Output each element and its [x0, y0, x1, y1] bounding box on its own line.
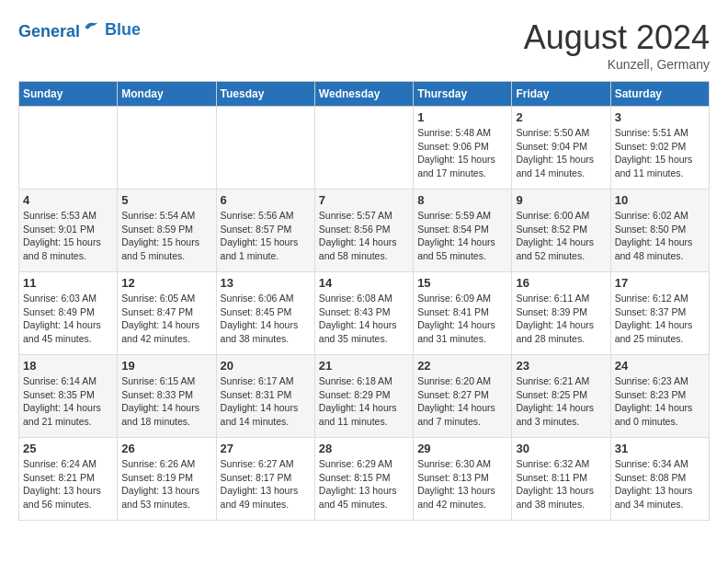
calendar-cell: 4Sunrise: 5:53 AM Sunset: 9:01 PM Daylig…	[19, 190, 118, 272]
calendar-cell: 24Sunrise: 6:23 AM Sunset: 8:23 PM Dayli…	[610, 355, 709, 438]
day-number: 21	[319, 359, 409, 373]
day-number: 12	[121, 276, 211, 290]
calendar-cell: 5Sunrise: 5:54 AM Sunset: 8:59 PM Daylig…	[118, 190, 216, 272]
logo-bird-icon	[82, 18, 100, 37]
day-info: Sunrise: 6:29 AM Sunset: 8:15 PM Dayligh…	[319, 457, 409, 511]
calendar-cell: 11Sunrise: 6:03 AM Sunset: 8:49 PM Dayli…	[19, 272, 118, 355]
day-info: Sunrise: 6:11 AM Sunset: 8:39 PM Dayligh…	[516, 292, 606, 346]
calendar-cell: 23Sunrise: 6:21 AM Sunset: 8:25 PM Dayli…	[512, 355, 610, 438]
day-number: 7	[319, 193, 409, 207]
calendar-cell: 9Sunrise: 6:00 AM Sunset: 8:52 PM Daylig…	[512, 190, 610, 272]
day-number: 5	[121, 193, 211, 207]
calendar-week-row: 1Sunrise: 5:48 AM Sunset: 9:06 PM Daylig…	[19, 107, 710, 190]
calendar-cell	[19, 107, 118, 190]
day-number: 4	[23, 193, 113, 207]
calendar-cell: 12Sunrise: 6:05 AM Sunset: 8:47 PM Dayli…	[118, 272, 216, 355]
calendar-cell: 25Sunrise: 6:24 AM Sunset: 8:21 PM Dayli…	[19, 438, 118, 521]
day-number: 25	[23, 442, 113, 455]
day-info: Sunrise: 5:50 AM Sunset: 9:04 PM Dayligh…	[516, 126, 606, 180]
day-info: Sunrise: 6:30 AM Sunset: 8:13 PM Dayligh…	[417, 457, 507, 511]
calendar-cell: 17Sunrise: 6:12 AM Sunset: 8:37 PM Dayli…	[610, 272, 709, 355]
day-number: 1	[417, 110, 507, 124]
calendar-cell: 18Sunrise: 6:14 AM Sunset: 8:35 PM Dayli…	[19, 355, 118, 438]
weekday-header-saturday: Saturday	[610, 82, 709, 107]
day-number: 15	[417, 276, 507, 290]
day-info: Sunrise: 6:05 AM Sunset: 8:47 PM Dayligh…	[121, 292, 211, 346]
calendar-cell: 29Sunrise: 6:30 AM Sunset: 8:13 PM Dayli…	[414, 438, 512, 521]
page-header: General Blue August 2024 Kunzell, German…	[18, 18, 710, 72]
calendar-cell: 20Sunrise: 6:17 AM Sunset: 8:31 PM Dayli…	[216, 355, 314, 438]
day-info: Sunrise: 6:24 AM Sunset: 8:21 PM Dayligh…	[23, 457, 113, 511]
logo-text: General	[18, 18, 100, 41]
day-number: 28	[319, 442, 409, 455]
day-info: Sunrise: 5:53 AM Sunset: 9:01 PM Dayligh…	[23, 209, 113, 263]
day-number: 11	[23, 276, 113, 290]
day-number: 2	[516, 110, 606, 124]
day-info: Sunrise: 6:27 AM Sunset: 8:17 PM Dayligh…	[221, 457, 311, 511]
day-number: 3	[615, 110, 705, 124]
weekday-header-row: SundayMondayTuesdayWednesdayThursdayFrid…	[19, 82, 710, 107]
day-info: Sunrise: 6:12 AM Sunset: 8:37 PM Dayligh…	[615, 292, 705, 346]
calendar-cell: 28Sunrise: 6:29 AM Sunset: 8:15 PM Dayli…	[314, 438, 413, 521]
day-number: 27	[221, 442, 311, 455]
day-info: Sunrise: 6:06 AM Sunset: 8:45 PM Dayligh…	[221, 292, 311, 346]
calendar-table: SundayMondayTuesdayWednesdayThursdayFrid…	[18, 81, 710, 521]
day-number: 10	[615, 193, 705, 207]
day-number: 9	[516, 193, 606, 207]
calendar-cell: 13Sunrise: 6:06 AM Sunset: 8:45 PM Dayli…	[216, 272, 314, 355]
calendar-cell: 7Sunrise: 5:57 AM Sunset: 8:56 PM Daylig…	[314, 190, 413, 272]
day-info: Sunrise: 6:18 AM Sunset: 8:29 PM Dayligh…	[319, 374, 409, 429]
calendar-cell: 10Sunrise: 6:02 AM Sunset: 8:50 PM Dayli…	[610, 190, 709, 272]
day-info: Sunrise: 6:23 AM Sunset: 8:23 PM Dayligh…	[615, 374, 705, 429]
weekday-header-sunday: Sunday	[19, 82, 118, 107]
weekday-header-tuesday: Tuesday	[216, 82, 314, 107]
calendar-cell: 30Sunrise: 6:32 AM Sunset: 8:11 PM Dayli…	[512, 438, 610, 521]
day-info: Sunrise: 6:09 AM Sunset: 8:41 PM Dayligh…	[417, 292, 507, 346]
day-number: 14	[319, 276, 409, 290]
calendar-cell: 26Sunrise: 6:26 AM Sunset: 8:19 PM Dayli…	[118, 438, 216, 521]
calendar-week-row: 25Sunrise: 6:24 AM Sunset: 8:21 PM Dayli…	[19, 438, 710, 521]
calendar-cell: 15Sunrise: 6:09 AM Sunset: 8:41 PM Dayli…	[414, 272, 512, 355]
weekday-header-wednesday: Wednesday	[314, 82, 413, 107]
calendar-cell	[118, 107, 216, 190]
day-number: 20	[221, 359, 311, 373]
day-number: 29	[417, 442, 507, 455]
day-info: Sunrise: 6:14 AM Sunset: 8:35 PM Dayligh…	[23, 374, 113, 429]
weekday-header-monday: Monday	[118, 82, 216, 107]
day-info: Sunrise: 6:15 AM Sunset: 8:33 PM Dayligh…	[121, 374, 211, 429]
day-info: Sunrise: 6:20 AM Sunset: 8:27 PM Dayligh…	[417, 374, 507, 429]
day-info: Sunrise: 6:34 AM Sunset: 8:08 PM Dayligh…	[615, 457, 705, 511]
calendar-cell: 27Sunrise: 6:27 AM Sunset: 8:17 PM Dayli…	[216, 438, 314, 521]
calendar-cell: 8Sunrise: 5:59 AM Sunset: 8:54 PM Daylig…	[414, 190, 512, 272]
day-number: 31	[615, 442, 705, 455]
calendar-cell: 16Sunrise: 6:11 AM Sunset: 8:39 PM Dayli…	[512, 272, 610, 355]
day-info: Sunrise: 5:59 AM Sunset: 8:54 PM Dayligh…	[417, 209, 507, 263]
calendar-week-row: 18Sunrise: 6:14 AM Sunset: 8:35 PM Dayli…	[19, 355, 710, 438]
calendar-cell: 3Sunrise: 5:51 AM Sunset: 9:02 PM Daylig…	[610, 107, 709, 190]
calendar-cell: 1Sunrise: 5:48 AM Sunset: 9:06 PM Daylig…	[414, 107, 512, 190]
month-title: August 2024	[524, 18, 710, 57]
logo-line2: Blue	[105, 20, 141, 39]
logo-line2-wrapper: Blue	[100, 21, 141, 40]
logo: General Blue	[18, 18, 141, 41]
logo-line1: General	[18, 22, 80, 40]
day-info: Sunrise: 5:56 AM Sunset: 8:57 PM Dayligh…	[221, 209, 311, 263]
calendar-cell: 19Sunrise: 6:15 AM Sunset: 8:33 PM Dayli…	[118, 355, 216, 438]
day-number: 8	[417, 193, 507, 207]
calendar-cell	[314, 107, 413, 190]
day-number: 26	[121, 442, 211, 455]
day-number: 18	[23, 359, 113, 373]
calendar-cell: 22Sunrise: 6:20 AM Sunset: 8:27 PM Dayli…	[414, 355, 512, 438]
day-info: Sunrise: 6:26 AM Sunset: 8:19 PM Dayligh…	[121, 457, 211, 511]
calendar-cell: 2Sunrise: 5:50 AM Sunset: 9:04 PM Daylig…	[512, 107, 610, 190]
weekday-header-thursday: Thursday	[414, 82, 512, 107]
day-info: Sunrise: 6:03 AM Sunset: 8:49 PM Dayligh…	[23, 292, 113, 346]
calendar-cell: 14Sunrise: 6:08 AM Sunset: 8:43 PM Dayli…	[314, 272, 413, 355]
day-number: 24	[615, 359, 705, 373]
day-info: Sunrise: 6:00 AM Sunset: 8:52 PM Dayligh…	[516, 209, 606, 263]
calendar-cell: 31Sunrise: 6:34 AM Sunset: 8:08 PM Dayli…	[610, 438, 709, 521]
day-number: 6	[221, 193, 311, 207]
day-info: Sunrise: 6:08 AM Sunset: 8:43 PM Dayligh…	[319, 292, 409, 346]
day-info: Sunrise: 6:32 AM Sunset: 8:11 PM Dayligh…	[516, 457, 606, 511]
day-number: 19	[121, 359, 211, 373]
